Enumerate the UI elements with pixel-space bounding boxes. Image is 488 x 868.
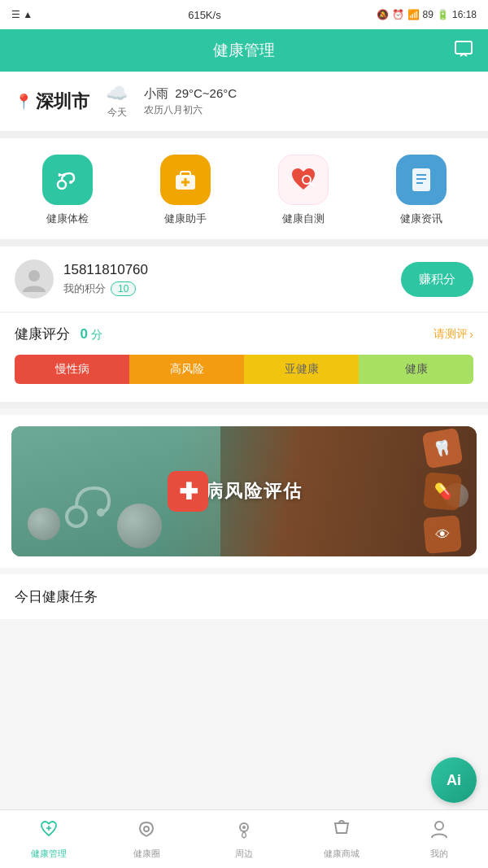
- eye-icon: 👁: [423, 515, 462, 554]
- menu-item-selftest[interactable]: 健康自测: [278, 155, 329, 226]
- divider-1: [0, 132, 488, 138]
- weather-info: ☁️ 今天: [106, 83, 128, 120]
- assess-link[interactable]: 请测评 ›: [434, 327, 473, 342]
- health-score-row: 健康评分 0 分 请测评 ›: [15, 325, 473, 343]
- lunar-date: 农历八月初六: [144, 103, 237, 117]
- svg-point-23: [242, 826, 246, 829]
- city-name: 深圳市: [36, 89, 89, 114]
- menu-item-assistant[interactable]: 健康助手: [160, 155, 211, 226]
- avatar: [15, 260, 54, 299]
- nav-item-nearby[interactable]: 周边: [195, 812, 293, 866]
- quick-menu: 健康体检 健康助手 健康自测: [0, 138, 488, 240]
- status-bar: ☰ ▲ 615K/s 🔕 ⏰ 📶 89 🔋 16:18: [0, 0, 488, 29]
- weather-condition-icon: ☁️: [106, 83, 128, 104]
- sphere-1: [28, 508, 60, 540]
- nav-item-home[interactable]: 健康管理: [0, 812, 98, 866]
- nav-circle-label: 健康圈: [133, 848, 160, 860]
- banner-cross: ✚: [168, 471, 208, 512]
- circle-icon: [136, 818, 157, 844]
- nav-mine-label: 我的: [430, 848, 448, 860]
- svg-line-11: [310, 183, 313, 186]
- user-info: 15811810760 我的积分 10: [15, 260, 148, 299]
- weather-day: 今天: [107, 106, 127, 120]
- nav-item-mine[interactable]: 我的: [390, 812, 488, 866]
- nearby-icon: [233, 818, 255, 844]
- heart-search-icon: [287, 164, 320, 196]
- battery-level: 89: [423, 9, 434, 20]
- shop-icon: [331, 818, 352, 844]
- score-seg-highrisk: 高风险: [129, 355, 244, 384]
- points-badge: 10: [111, 281, 136, 296]
- checkup-icon-wrap: [42, 155, 93, 205]
- health-score-value: 0: [80, 326, 87, 342]
- banner-medical-icons: 🦷 💊 👁: [425, 426, 460, 556]
- svg-point-21: [144, 827, 149, 831]
- nav-item-shop[interactable]: 健康商城: [293, 812, 390, 866]
- page-title: 健康管理: [213, 40, 275, 61]
- app-header: 健康管理: [0, 29, 488, 72]
- today-tasks-section: 今日健康任务: [0, 574, 488, 619]
- mute-icon: 🔕: [377, 9, 389, 20]
- health-score-title-group: 健康评分 0 分: [15, 325, 102, 343]
- weather-bar: 📍 深圳市 ☁️ 今天 小雨 29°C~26°C 农历八月初六: [0, 72, 488, 132]
- nav-shop-label: 健康商城: [324, 848, 359, 860]
- svg-rect-7: [181, 172, 190, 177]
- selftest-label: 健康自测: [282, 212, 325, 226]
- menu-item-news[interactable]: 健康资讯: [396, 155, 447, 226]
- medkit-icon: [171, 165, 200, 194]
- home-heart-icon: [38, 818, 59, 844]
- divider-3: [0, 402, 488, 408]
- message-icon[interactable]: [454, 39, 473, 63]
- health-score-section: 健康评分 0 分 请测评 › 慢性病 高风险 亚健康 健康: [0, 313, 488, 402]
- earn-points-button[interactable]: 赚积分: [401, 262, 473, 297]
- tooth-icon: 🦷: [422, 427, 464, 469]
- bottom-nav: 健康管理 健康圈 周边 健康: [0, 809, 488, 868]
- assistant-icon-wrap: [160, 155, 211, 205]
- nav-nearby-label: 周边: [235, 848, 253, 860]
- tasks-title: 今日健康任务: [15, 589, 98, 604]
- points-label: 我的积分: [63, 281, 106, 296]
- user-phone: 15811810760: [63, 262, 148, 278]
- user-text: 15811810760 我的积分 10: [63, 262, 148, 296]
- nav-item-circle[interactable]: 健康圈: [98, 812, 195, 866]
- ai-badge-label: Ai: [447, 772, 461, 789]
- svg-point-18: [97, 508, 105, 517]
- nav-home-label: 健康管理: [31, 848, 67, 860]
- svg-rect-0: [455, 41, 472, 54]
- score-seg-chronic: 慢性病: [15, 355, 129, 384]
- bottom-spacer: [0, 619, 488, 684]
- selftest-icon-wrap: [278, 155, 329, 205]
- wifi-icon: 📶: [407, 9, 420, 20]
- document-icon: [407, 165, 436, 194]
- sphere-2: [117, 504, 162, 548]
- weather-condition-text: 小雨 29°C~26°C: [144, 86, 237, 102]
- battery-icon: 🔋: [437, 9, 449, 20]
- ai-assistant-button[interactable]: Ai: [431, 757, 477, 803]
- status-icons: ☰ ▲: [11, 9, 33, 20]
- disease-risk-banner[interactable]: ✚ 🦷 💊 👁 疾病风险评估: [11, 426, 477, 556]
- status-left: ☰ ▲: [11, 9, 33, 20]
- checkup-label: 健康体检: [46, 212, 89, 226]
- svg-point-2: [69, 181, 72, 184]
- banner-section: ✚ 🦷 💊 👁 疾病风险评估: [0, 415, 488, 568]
- news-icon-wrap: [396, 155, 447, 205]
- location-pin-icon: 📍: [15, 93, 33, 111]
- time-display: 16:18: [452, 9, 477, 20]
- svg-point-16: [28, 270, 40, 281]
- assistant-label: 健康助手: [164, 212, 207, 226]
- svg-point-17: [67, 507, 86, 526]
- stethoscope-banner-icon: [60, 472, 125, 537]
- svg-point-24: [435, 822, 443, 830]
- score-seg-subhealth: 亚健康: [244, 355, 359, 384]
- red-cross-icon: ✚: [168, 471, 208, 512]
- status-right: 🔕 ⏰ 📶 89 🔋 16:18: [377, 9, 477, 20]
- status-speed: 615K/s: [188, 9, 220, 21]
- menu-item-checkup[interactable]: 健康体检: [42, 155, 93, 226]
- health-score-unit: 分: [91, 328, 102, 341]
- person-icon: [429, 818, 450, 844]
- stethoscope-icon: [53, 165, 82, 194]
- svg-point-1: [58, 181, 66, 189]
- weather-detail: 小雨 29°C~26°C 农历八月初六: [144, 86, 237, 117]
- health-score-title: 健康评分: [15, 326, 70, 342]
- pill-icon: 💊: [423, 472, 462, 511]
